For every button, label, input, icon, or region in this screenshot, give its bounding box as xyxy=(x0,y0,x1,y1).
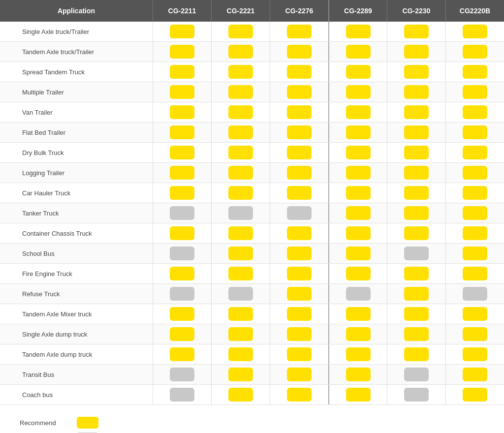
optional-badge xyxy=(228,206,253,220)
badge-cell xyxy=(328,22,387,41)
recommend-badge xyxy=(463,388,487,402)
recommend-badge xyxy=(404,85,429,99)
badge-cell xyxy=(153,385,211,404)
recommend-badge xyxy=(463,85,487,99)
optional-badge xyxy=(287,206,312,220)
badge-cell xyxy=(387,82,445,102)
recommend-badge xyxy=(404,327,429,341)
optional-badge xyxy=(170,206,194,220)
badge-cell xyxy=(211,284,270,304)
badge-cell xyxy=(153,82,211,102)
recommend-badge xyxy=(404,226,429,240)
badge-cell xyxy=(211,163,270,183)
badge-cell xyxy=(387,42,445,62)
recommend-badge xyxy=(170,327,194,341)
badge-cell xyxy=(270,82,328,102)
optional-badge xyxy=(228,287,253,301)
badge-cell xyxy=(328,264,387,283)
badge-cell xyxy=(211,304,270,324)
recommend-badge xyxy=(463,206,487,220)
optional-badge xyxy=(170,368,194,381)
badge-cell xyxy=(445,324,504,344)
badge-cell xyxy=(445,244,504,263)
header-col-cg2221: CG-2221 xyxy=(211,0,270,22)
badge-cell xyxy=(211,62,270,82)
badge-cell xyxy=(328,163,387,183)
recommend-badge xyxy=(346,267,371,280)
badge-cell xyxy=(270,123,328,142)
table-row: Spread Tandem Truck xyxy=(0,62,504,82)
recommend-badge xyxy=(170,85,194,99)
recommend-badge xyxy=(287,368,312,381)
recommend-badge xyxy=(287,388,312,402)
badge-cell xyxy=(445,123,504,142)
badge-cell xyxy=(387,365,445,384)
badge-cell xyxy=(387,304,445,324)
recommend-badge xyxy=(463,166,487,180)
badge-cell xyxy=(445,264,504,283)
recommend-badge xyxy=(170,347,194,361)
table-row: Coach bus xyxy=(0,385,504,405)
recommend-badge xyxy=(287,327,312,341)
optional-badge xyxy=(463,287,487,301)
badge-cell xyxy=(328,102,387,122)
compatibility-table: Application CG-2211CG-2221CG-2276CG-2289… xyxy=(0,0,504,433)
badge-cell xyxy=(387,244,445,263)
optional-badge xyxy=(170,247,194,260)
badge-cell xyxy=(445,82,504,102)
recommend-badge xyxy=(463,125,487,139)
recommend-badge xyxy=(404,65,429,79)
badge-cell xyxy=(445,203,504,223)
recommend-badge xyxy=(287,105,312,119)
badge-cell xyxy=(387,284,445,304)
table-row: Transit Bus xyxy=(0,365,504,385)
badge-cell xyxy=(445,102,504,122)
recommend-badge xyxy=(170,125,194,139)
recommend-badge xyxy=(228,146,253,159)
recommend-badge xyxy=(287,186,312,200)
app-name-cell: Tandem Axle dump truck xyxy=(0,348,153,361)
recommend-badge xyxy=(228,65,253,79)
badge-cell xyxy=(153,344,211,364)
recommend-badge xyxy=(287,65,312,79)
recommend-badge xyxy=(346,247,371,260)
optional-badge xyxy=(170,287,194,301)
recommend-badge xyxy=(463,368,487,381)
badge-cell xyxy=(211,244,270,263)
header-col-cg2230: CG-2230 xyxy=(387,0,445,22)
badge-cell xyxy=(387,223,445,243)
recommend-badge xyxy=(228,347,253,361)
badge-cell xyxy=(270,163,328,183)
recommend-badge xyxy=(463,25,487,38)
badge-cell xyxy=(328,82,387,102)
badge-cell xyxy=(328,304,387,324)
badge-cell xyxy=(328,183,387,203)
optional-badge xyxy=(170,388,194,402)
badge-cell xyxy=(328,244,387,263)
badge-cell xyxy=(387,22,445,41)
recommend-badge xyxy=(346,146,371,159)
badge-cell xyxy=(211,324,270,344)
recommend-badge xyxy=(228,247,253,260)
recommend-badge xyxy=(170,105,194,119)
badge-cell xyxy=(211,203,270,223)
table-row: Tandem Axle truck/Trailer xyxy=(0,42,504,62)
badge-cell xyxy=(153,365,211,384)
badge-cell xyxy=(153,163,211,183)
badge-cell xyxy=(153,102,211,122)
app-name-cell: Transit Bus xyxy=(0,368,153,381)
recommend-badge xyxy=(463,105,487,119)
recommend-badge xyxy=(463,146,487,159)
badge-cell xyxy=(153,203,211,223)
badge-cell xyxy=(270,183,328,203)
recommend-badge xyxy=(404,206,429,220)
badge-cell xyxy=(270,264,328,283)
recommend-badge xyxy=(287,307,312,321)
recommend-badge xyxy=(228,125,253,139)
badge-cell xyxy=(270,203,328,223)
recommend-badge xyxy=(404,186,429,200)
badge-cell xyxy=(328,365,387,384)
recommend-badge xyxy=(228,186,253,200)
badge-cell xyxy=(270,102,328,122)
recommend-badge xyxy=(346,166,371,180)
